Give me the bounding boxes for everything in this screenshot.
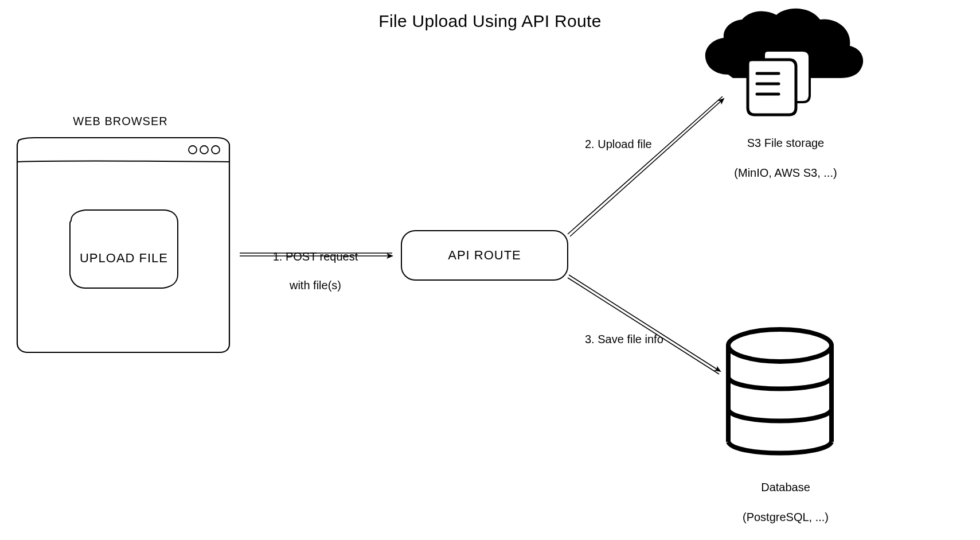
s3-subtitle: (MinIO, AWS S3, ...) <box>734 166 837 179</box>
s3-caption: S3 File storage (MinIO, AWS S3, ...) <box>717 121 854 180</box>
arrow-post-label: 1. POST request with file(s) <box>258 235 373 293</box>
upload-file-button-label: UPLOAD FILE <box>78 234 170 266</box>
svg-line-13 <box>569 275 720 371</box>
db-caption: Database (PostgreSQL, ...) <box>717 465 854 525</box>
diagram-stage: File Upload Using API Route <box>0 0 980 540</box>
db-subtitle: (PostgreSQL, ...) <box>743 511 829 523</box>
db-title: Database <box>761 481 810 494</box>
arrow-save-file-info <box>568 275 720 374</box>
arrow-upload-file <box>568 96 724 236</box>
browser-label: WEB BROWSER <box>46 115 195 128</box>
svg-point-1 <box>200 146 208 154</box>
cloud-files-icon <box>705 9 863 115</box>
arrow-save-label: 3. Save file info <box>585 333 700 346</box>
svg-point-7 <box>728 329 831 362</box>
svg-point-0 <box>189 146 197 154</box>
arrow-post-line2: with file(s) <box>290 279 341 292</box>
svg-point-2 <box>212 146 220 154</box>
arrow-upload-label: 2. Upload file <box>585 138 688 151</box>
s3-title: S3 File storage <box>747 137 825 149</box>
arrow-post-line1: 1. POST request <box>273 250 358 263</box>
svg-line-10 <box>568 96 723 234</box>
diagram-svg <box>0 0 980 540</box>
svg-line-12 <box>568 278 719 374</box>
svg-line-11 <box>570 99 724 236</box>
api-route-label: API ROUTE <box>401 248 568 263</box>
database-icon <box>728 329 831 453</box>
upload-file-text: UPLOAD FILE <box>80 251 168 265</box>
